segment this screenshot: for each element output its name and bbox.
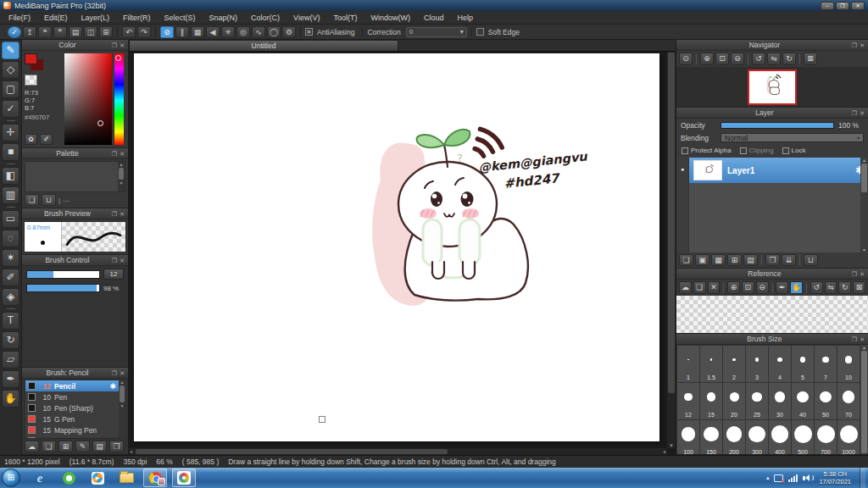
brush-size-cell[interactable]: 4: [769, 346, 791, 382]
fit-button[interactable]: ⊡: [742, 281, 754, 294]
reset-rotation-button[interactable]: ⇋: [767, 53, 781, 65]
reference-area[interactable]: [676, 296, 868, 333]
checkbox-box[interactable]: [782, 147, 789, 154]
brush-size-value[interactable]: 12: [103, 269, 124, 280]
brush-size-cell[interactable]: 15: [700, 383, 722, 419]
layer-folder-button[interactable]: ▤: [743, 254, 758, 266]
brush-folder-button[interactable]: ▤: [92, 441, 107, 452]
checkbox-protect-alpha[interactable]: Protect Alpha: [682, 147, 732, 154]
signal-icon[interactable]: [788, 474, 798, 482]
brush-size-cell[interactable]: 200: [723, 420, 745, 455]
volume-icon[interactable]: [803, 474, 814, 481]
add-halftone-layer-button[interactable]: ▦: [711, 254, 726, 266]
hue-marker[interactable]: [115, 55, 121, 61]
soft-edge-checkbox[interactable]: [476, 28, 484, 36]
snap-off-button[interactable]: ⊘: [160, 26, 174, 38]
eyedropper-tool[interactable]: ✒: [2, 370, 19, 388]
brush-size-cell[interactable]: 30: [769, 383, 791, 419]
close-icon[interactable]: ✕: [120, 368, 125, 379]
menu-item-cloud[interactable]: Cloud: [417, 11, 451, 25]
snap-curve-button[interactable]: ∿: [252, 26, 265, 38]
lock-button[interactable]: ⊠: [853, 281, 865, 294]
eyedropper-button[interactable]: ✒: [776, 281, 788, 294]
canvas-tab[interactable]: Untitled: [129, 40, 398, 51]
color-set-button[interactable]: ✐: [40, 134, 53, 145]
snap-ellipse-button[interactable]: ◯: [267, 26, 281, 38]
brush-size-cell[interactable]: 70: [837, 383, 860, 419]
eraser-tool[interactable]: ◇: [2, 61, 19, 79]
add-palette-button[interactable]: ❏: [25, 194, 39, 206]
taskbar-media-player-button[interactable]: ▶: [86, 469, 109, 487]
brush-settings-icon[interactable]: ✱: [109, 382, 116, 391]
import-cloud-button[interactable]: ☁: [679, 281, 692, 294]
brush-size-cell[interactable]: 3: [746, 346, 768, 382]
hue-slider[interactable]: [114, 53, 124, 145]
brush-size-cell[interactable]: 2: [723, 346, 745, 382]
operation-tool[interactable]: ✓: [2, 100, 19, 118]
undo-button[interactable]: ↶: [122, 26, 136, 38]
zoom-out-button[interactable]: ⊖: [756, 281, 769, 294]
hidden-icons-button[interactable]: ▴: [766, 474, 770, 481]
popout-icon[interactable]: ❐: [112, 148, 117, 159]
rotate-left-button[interactable]: ↺: [752, 53, 765, 65]
zoom-out-button[interactable]: ⊖: [731, 53, 744, 65]
clock[interactable]: 5:38 CH 17/07/2021: [819, 470, 851, 485]
popout-icon[interactable]: ❐: [852, 108, 857, 119]
zoom-in-button[interactable]: ⊕: [700, 53, 714, 65]
brush-row[interactable]: 10Pen (Sharp): [25, 402, 119, 413]
document-button[interactable]: ▤: [69, 26, 82, 38]
checkbox-lock[interactable]: Lock: [782, 147, 806, 154]
checkbox-box[interactable]: [682, 147, 688, 154]
brush-size-cell[interactable]: 500: [792, 420, 814, 455]
add-brush-button[interactable]: ❏: [42, 441, 56, 452]
scroll-up-icon[interactable]: ▲: [120, 380, 125, 385]
select-pen-tool[interactable]: ✐: [2, 269, 19, 286]
flip-button[interactable]: ⇋: [825, 281, 837, 294]
layer-scrollbar[interactable]: ▲ ▼: [860, 158, 868, 252]
menu-item-color[interactable]: Color(C): [244, 11, 287, 25]
transparent-swatch[interactable]: [25, 75, 37, 86]
scroll-down-icon[interactable]: ▼: [120, 180, 124, 186]
brush-size-cell[interactable]: 5: [792, 346, 814, 382]
split-view-button[interactable]: ◫: [84, 26, 97, 38]
popout-icon[interactable]: ❐: [852, 334, 857, 345]
brush-size-cell[interactable]: 1: [677, 346, 699, 382]
menu-item-edit[interactable]: Edit(E): [37, 11, 75, 25]
popout-icon[interactable]: ❐: [852, 40, 857, 51]
snap-parallel-button[interactable]: ∥: [175, 26, 189, 38]
palette-list[interactable]: ▲ ▼: [25, 161, 125, 192]
brush-size-cell[interactable]: 12: [677, 383, 699, 419]
taskbar-ie-button[interactable]: e: [28, 469, 52, 487]
clear-button[interactable]: ✕: [708, 281, 721, 294]
brush-size-cell[interactable]: 100: [677, 420, 699, 455]
close-icon[interactable]: ✕: [860, 40, 865, 51]
cloud-brush-button[interactable]: ☁: [25, 441, 39, 452]
rotate-view-tool[interactable]: ↻: [2, 331, 19, 349]
close-icon[interactable]: ✕: [860, 334, 865, 345]
popout-icon[interactable]: ❐: [852, 269, 857, 280]
snap-grid-button[interactable]: ▦: [191, 26, 204, 38]
fit-screen-button[interactable]: ⊡: [715, 53, 729, 65]
close-icon[interactable]: ✕: [120, 255, 125, 266]
saturation-value-picker[interactable]: [64, 53, 112, 145]
brush-tool[interactable]: ✎: [2, 42, 19, 59]
snap-radial-button[interactable]: ✳: [221, 26, 235, 38]
lock-button[interactable]: ⊠: [804, 53, 817, 65]
publish-button[interactable]: ↥: [23, 26, 36, 38]
brush-size-cell[interactable]: 40: [792, 383, 814, 419]
scroll-left-icon[interactable]: ◂: [130, 448, 132, 455]
gradient-tool[interactable]: ▥: [2, 186, 19, 204]
redo-button[interactable]: ↷: [137, 26, 151, 38]
merge-layer-button[interactable]: ⇊: [782, 254, 796, 266]
close-icon[interactable]: ✕: [120, 208, 125, 219]
scroll-up-icon[interactable]: ▲: [862, 158, 866, 163]
add-layer-menu-button[interactable]: ⊞: [727, 254, 742, 266]
canvas-horizontal-scrollbar[interactable]: ◂ ▸: [129, 448, 667, 455]
snap-settings-button[interactable]: ⚙: [282, 26, 296, 38]
taskbar-medibang-button[interactable]: [172, 469, 196, 487]
taskbar-coccoc-button[interactable]: [57, 469, 81, 487]
fill-rect-tool[interactable]: ■: [2, 143, 19, 161]
menu-item-view[interactable]: View(V): [287, 11, 326, 25]
menu-item-tool[interactable]: Tool(T): [326, 11, 364, 25]
brush-size-cell[interactable]: 10: [837, 346, 860, 382]
